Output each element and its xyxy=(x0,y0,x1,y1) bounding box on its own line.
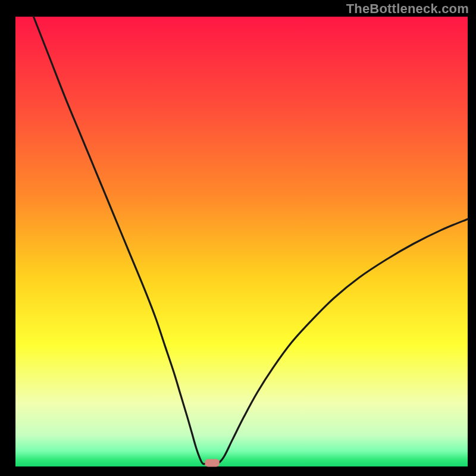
optimum-marker xyxy=(205,459,219,467)
plot-background xyxy=(15,17,468,466)
watermark: TheBottleneck.com xyxy=(346,1,469,17)
chart-frame: { "watermark": "TheBottleneck.com", "cha… xyxy=(0,0,476,476)
bottleneck-chart xyxy=(0,0,476,476)
